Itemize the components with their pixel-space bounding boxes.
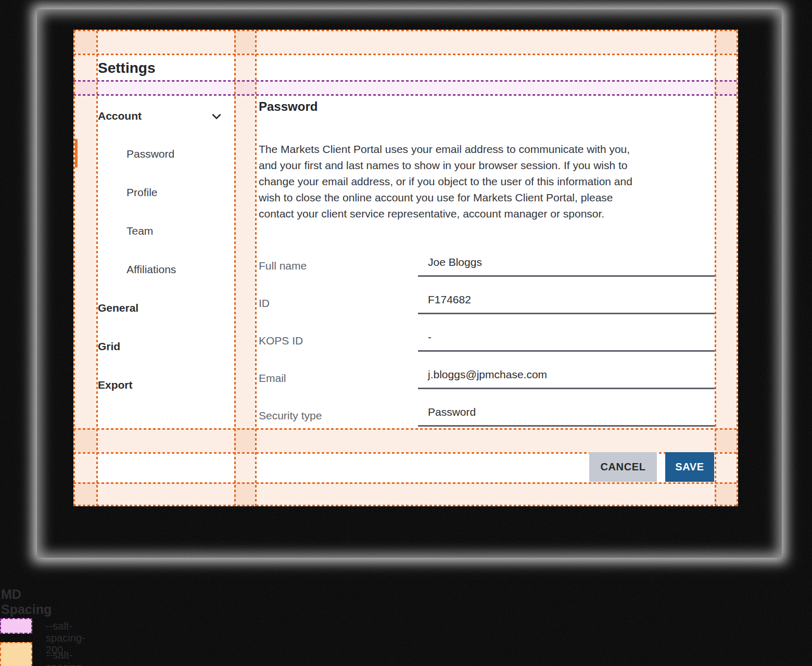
cancel-button[interactable]: CANCEL [589,452,657,482]
guide-line-left-edge [73,30,75,506]
password-description: The Markets Client Portal uses your emai… [259,141,717,222]
email-input[interactable]: j.bloggs@jpmchase.com [418,368,715,389]
email-label: Email [259,372,418,389]
guide-line-spacing200 [73,80,738,82]
guide-line-bottom-edge [73,505,738,506]
guide-line [73,54,738,55]
nav-item-team[interactable]: Team [126,221,153,241]
form-row: Security type Password [259,400,715,427]
spacing-guide-row-title-gap [73,80,738,96]
description-line: change your email address, or if you obj… [259,173,717,189]
guide-line [73,428,738,430]
nav-item-grid[interactable]: Grid [98,336,120,357]
chevron-down-icon [210,109,223,123]
guide-line-right-edge [737,30,738,506]
spacing-guide-column-gutter [234,30,255,506]
full-name-input[interactable]: Joe Bloggs [418,256,715,277]
form-row: KOPS ID - [259,325,715,352]
nav-item-password[interactable]: Password [126,144,174,164]
guide-line [255,30,257,506]
guide-line [73,482,738,484]
id-label: ID [259,297,418,314]
nav-item-export[interactable]: Export [98,375,133,395]
security-type-input[interactable]: Password [418,406,715,427]
guide-line-top-edge [73,30,738,31]
spacing-300-swatch [0,642,32,666]
kops-id-input[interactable]: - [418,331,715,352]
spacing-300-label: --salt-spacing-300 [46,649,85,666]
guide-line [715,30,716,506]
spacing-200-swatch [0,618,32,634]
nav-item-profile[interactable]: Profile [126,182,158,203]
description-line: wish to close the online account you use… [259,189,717,206]
save-button[interactable]: SAVE [665,452,714,482]
description-line: and your first and last names to show in… [259,157,717,173]
dialog-title: Settings [98,58,155,79]
spacing-guide-column-left [73,30,96,506]
active-item-indicator [75,139,78,168]
form-row: Email j.bloggs@jpmchase.com [259,362,715,389]
id-input[interactable]: F174682 [418,293,715,314]
spacing-guide-row-above-buttons [73,428,738,452]
nav-item-affiliations[interactable]: Affiliations [126,259,176,280]
page-canvas: Settings Account Password Profile Team A… [0,0,812,666]
full-name-label: Full name [259,260,418,277]
form-row: ID F174682 [259,287,715,314]
guide-line [96,30,98,506]
spacing-guide-row-bottom [73,482,738,506]
description-line: The Markets Client Portal uses your emai… [259,141,717,157]
spacing-guide-row-top [73,30,738,54]
spacing-guide-column-right [715,30,738,506]
description-line: contact your client service representati… [259,206,717,222]
kops-id-label: KOPS ID [259,335,418,352]
nav-item-account[interactable]: Account [98,106,142,126]
settings-dialog: Settings Account Password Profile Team A… [73,30,738,506]
guide-line [234,30,236,506]
guide-line-spacing200 [73,94,738,96]
nav-item-general[interactable]: General [98,298,138,318]
security-type-label: Security type [259,409,418,427]
form-row: Full name Joe Bloggs [259,250,715,277]
page-title: Password [259,96,318,117]
